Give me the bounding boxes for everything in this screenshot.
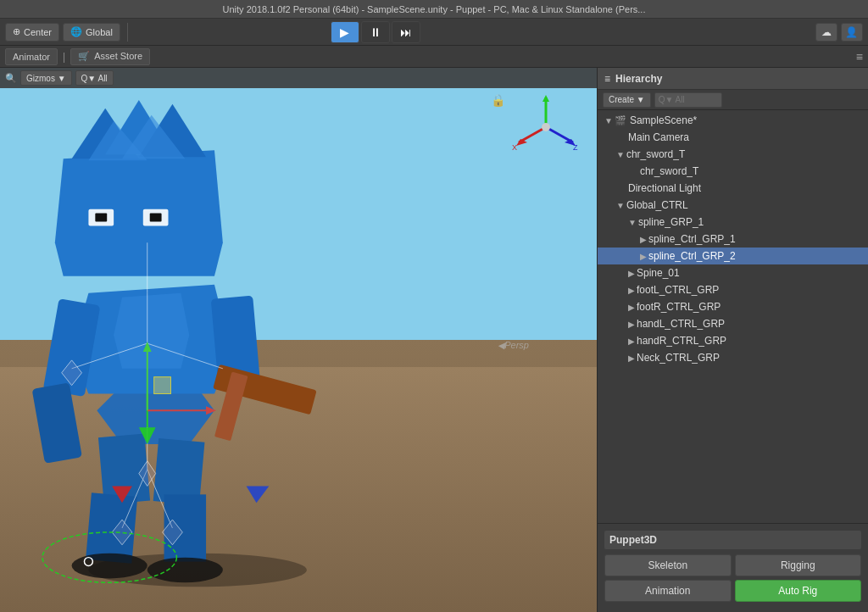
tree-label: spline_Ctrl_GRP_2 [648, 250, 736, 262]
center-icon: ⊕ [13, 26, 20, 37]
hierarchy-title: Hierarchy [615, 73, 662, 85]
title-text: Unity 2018.1.0f2 Personal (64bit) - Samp… [223, 4, 646, 14]
tree-arrow: ▶ [628, 286, 635, 295]
tree-arrow: ▼ [616, 150, 625, 159]
tree-item-global-ctrl[interactable]: ▼Global_CTRL [598, 197, 868, 214]
cloud-icon: ☁ [821, 26, 832, 38]
hierarchy-panel: ≡ Hierarchy Create ▼ ▼🎬SampleScene*Main … [597, 68, 868, 612]
tree-label: footL_CTRL_GRP [637, 284, 719, 296]
separator-1 [127, 23, 128, 42]
svg-rect-34 [150, 214, 162, 222]
svg-rect-13 [86, 492, 137, 564]
svg-marker-25 [55, 150, 223, 276]
main-layout: 🔍 Gizmos ▼ Q▼ All 🔒 ◀Persp [0, 68, 868, 612]
play-button[interactable]: ▶ [331, 21, 359, 43]
puppet-title: Puppet3D [604, 531, 861, 549]
account-icon: 👤 [845, 26, 858, 38]
tree-label: handR_CTRL_GRP [637, 335, 726, 347]
hierarchy-header: ≡ Hierarchy [598, 68, 868, 90]
scene-toolbar: 🔍 Gizmos ▼ Q▼ All [0, 68, 597, 88]
tree-item-neck-ctrl-grp[interactable]: ▶Neck_CTRL_GRP [598, 349, 868, 366]
tree-arrow: ▶ [628, 269, 635, 278]
svg-point-17 [147, 558, 223, 583]
tree-item-spline-ctrl-grp-2[interactable]: ▶spline_Ctrl_GRP_2 [598, 248, 868, 264]
svg-marker-50 [247, 486, 270, 503]
play-icon: ▶ [340, 25, 349, 39]
tree-item-spline-grp-1[interactable]: ▼spline_GRP_1 [598, 214, 868, 231]
puppet-panel: Puppet3D Skeleton Rigging Animation Auto… [598, 523, 868, 612]
animation-button[interactable]: Animation [604, 580, 732, 602]
animator-tab[interactable]: Animator [5, 48, 58, 65]
svg-marker-19 [114, 293, 189, 369]
tree-icon: 🎬 [615, 115, 626, 126]
tree-item-chr-sword-t-child[interactable]: chr_sword_T [598, 163, 868, 180]
tree-arrow: ▶ [628, 353, 635, 363]
rigging-button[interactable]: Rigging [735, 554, 862, 576]
hierarchy-tree: ▼🎬SampleScene*Main Camera▼chr_sword_Tchr… [598, 110, 868, 523]
pause-icon: ⏸ [370, 25, 381, 39]
top-toolbar: ⊕ Center 🌐 Global ▶ ⏸ ⏭ ☁ 👤 [0, 19, 868, 46]
tree-arrow: ▶ [640, 235, 647, 244]
tree-item-footl-ctrl-grp[interactable]: ▶footL_CTRL_GRP [598, 281, 868, 298]
svg-text:Z: Z [573, 143, 578, 152]
tree-arrow: ▶ [628, 320, 635, 329]
separator-icon: | [63, 51, 65, 63]
auto-rig-button[interactable]: Auto Rig [735, 580, 862, 602]
tree-item-chr-sword-t-parent[interactable]: ▼chr_sword_T [598, 146, 868, 163]
tree-label: Spine_01 [637, 267, 680, 279]
create-button[interactable]: Create ▼ [603, 92, 651, 108]
tree-item-footr-ctrl-grp[interactable]: ▶footR_CTRL_GRP [598, 298, 868, 315]
tree-item-sample-scene[interactable]: ▼🎬SampleScene* [598, 112, 868, 129]
second-toolbar: Animator | 🛒 Asset Store ≡ [0, 46, 868, 68]
all-filter-button[interactable]: Q▼ All [75, 70, 114, 86]
playback-controls: ▶ ⏸ ⏭ [331, 21, 420, 43]
menu-icon[interactable]: ≡ [856, 50, 863, 64]
tree-label: footR_CTRL_GRP [637, 301, 721, 313]
tree-arrow: ▼ [616, 201, 625, 210]
tree-label: Neck_CTRL_GRP [637, 352, 720, 364]
tree-label: handL_CTRL_GRP [637, 318, 725, 330]
scene-view[interactable]: 🔍 Gizmos ▼ Q▼ All 🔒 ◀Persp [0, 68, 597, 612]
svg-text:Y: Y [542, 93, 547, 95]
svg-line-4 [546, 127, 573, 142]
globe-icon: 🌐 [70, 26, 82, 37]
center-button[interactable]: ⊕ Center [5, 23, 59, 42]
tree-arrow: ▼ [604, 116, 613, 125]
svg-marker-1 [542, 95, 549, 102]
character-svg [0, 92, 597, 612]
step-button[interactable]: ⏭ [392, 21, 420, 43]
account-button[interactable]: 👤 [841, 23, 863, 42]
tree-item-handr-ctrl-grp[interactable]: ▶handR_CTRL_GRP [598, 332, 868, 349]
tree-item-spline-ctrl-grp-1[interactable]: ▶spline_Ctrl_GRP_1 [598, 231, 868, 248]
character-area [0, 92, 597, 612]
tree-label: chr_sword_T [640, 165, 698, 177]
hierarchy-toolbar: Create ▼ [598, 90, 868, 110]
tree-label: Main Camera [628, 131, 689, 143]
puppet-row-2: Animation Auto Rig [604, 580, 861, 602]
search-icon: 🔍 [5, 73, 17, 84]
hierarchy-search[interactable] [654, 92, 722, 108]
cloud-button[interactable]: ☁ [815, 23, 837, 42]
tree-arrow: ▶ [628, 303, 635, 312]
gizmos-button[interactable]: Gizmos ▼ [20, 70, 72, 86]
tree-arrow: ▶ [628, 337, 635, 346]
asset-store-tab[interactable]: 🛒 Asset Store [70, 48, 150, 65]
svg-rect-57 [154, 377, 171, 394]
svg-text:X: X [512, 143, 517, 152]
pause-button[interactable]: ⏸ [361, 21, 390, 43]
tree-label: SampleScene* [630, 114, 697, 126]
global-button[interactable]: 🌐 Global [63, 23, 120, 42]
gizmo-svg: Y X Z [512, 93, 580, 161]
tree-arrow: ▼ [628, 218, 637, 227]
skeleton-button[interactable]: Skeleton [604, 554, 732, 576]
tree-item-handl-ctrl-grp[interactable]: ▶handL_CTRL_GRP [598, 315, 868, 332]
svg-point-6 [542, 123, 550, 131]
store-icon: 🛒 [78, 51, 90, 61]
tree-item-main-camera[interactable]: Main Camera [598, 129, 868, 146]
tree-item-spine-01[interactable]: ▶Spine_01 [598, 264, 868, 281]
svg-point-16 [72, 554, 147, 579]
svg-marker-3 [516, 139, 527, 146]
puppet-row-1: Skeleton Rigging [604, 554, 861, 576]
tree-item-directional-light[interactable]: Directional Light [598, 180, 868, 197]
svg-line-2 [519, 127, 546, 142]
